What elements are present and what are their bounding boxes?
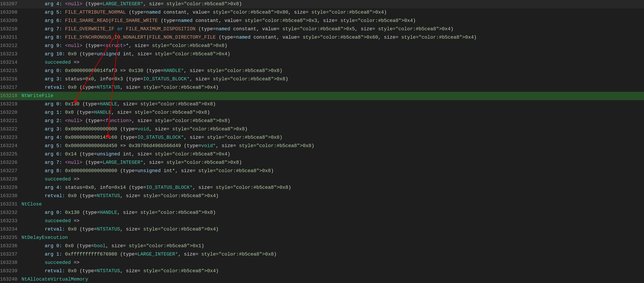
line-content: arg 0: 0x000000000014faf0 => 0x130 (type… bbox=[19, 67, 644, 75]
table-row: 163212 arg 9: <null> (type=<struct>*, si… bbox=[0, 42, 644, 50]
table-row: 163236 arg 0: 0x0 (type=bool, size= styl… bbox=[0, 242, 644, 250]
line-number: 163213 bbox=[0, 50, 19, 58]
table-row: 163232 arg 0: 0x130 (type=HANDLE, size= … bbox=[0, 208, 644, 217]
line-content: arg 9: <null> (type=<struct>*, size= sty… bbox=[19, 42, 644, 50]
line-number: 163216 bbox=[0, 75, 19, 84]
table-row: 163221 arg 2: <null> (type=<function>, s… bbox=[0, 117, 644, 125]
line-number: 163210 bbox=[0, 25, 19, 33]
line-number: 163226 bbox=[0, 158, 19, 167]
line-content: retval: 0x0 (type=NTSTATUS, size= style=… bbox=[19, 84, 644, 92]
line-number: 163234 bbox=[0, 225, 19, 234]
line-number: 163224 bbox=[0, 142, 19, 150]
table-row: 163238 succeeded => bbox=[0, 259, 644, 267]
line-number: 163209 bbox=[0, 17, 19, 25]
line-content: arg 1: 0x0 (type=HANDLE, size= style="co… bbox=[19, 108, 644, 117]
line-number: 163222 bbox=[0, 125, 19, 134]
line-number: 163218 bbox=[0, 92, 19, 100]
line-content: arg 3: 0x0000000000000000 (type=void, si… bbox=[19, 125, 644, 134]
line-number: 163228 bbox=[0, 175, 19, 184]
line-number: 163212 bbox=[0, 42, 19, 50]
line-content: succeeded => bbox=[19, 217, 644, 225]
line-content: arg 6: FILE_SHARE_READ|FILE_SHARE_WRITE … bbox=[19, 17, 644, 25]
table-row: 163217 retval: 0x0 (type=NTSTATUS, size=… bbox=[0, 84, 644, 92]
lines-container: 163207 arg 4: <null> (type=LARGE_INTEGER… bbox=[0, 0, 644, 283]
line-number: 163238 bbox=[0, 259, 19, 267]
line-content: arg 5: 0x000000000060d450 => 0x39786d496… bbox=[19, 142, 644, 150]
table-row: 163220 arg 1: 0x0 (type=HANDLE, size= st… bbox=[0, 108, 644, 117]
table-row: 163215 arg 0: 0x000000000014faf0 => 0x13… bbox=[0, 67, 644, 75]
line-content: arg 7: <null> (type=LARGE_INTEGER*, size… bbox=[19, 158, 644, 167]
table-row: 163228 succeeded => bbox=[0, 175, 644, 184]
table-row: 163226 arg 7: <null> (type=LARGE_INTEGER… bbox=[0, 158, 644, 167]
line-content: retval: 0x0 (type=NTSTATUS, size= style=… bbox=[19, 225, 644, 234]
line-content: arg 0: 0x130 (type=HANDLE, size= style="… bbox=[19, 208, 644, 217]
line-content: arg 8: 0x0000000000000000 (type=unsigned… bbox=[19, 167, 644, 175]
line-content: arg 1: 0xffffffffff676980 (type=LARGE_IN… bbox=[19, 250, 644, 259]
line-number: 163231 bbox=[0, 200, 19, 208]
line-number: 163225 bbox=[0, 150, 19, 158]
table-row: 163233 succeeded => bbox=[0, 217, 644, 225]
table-row: 163231NtClose bbox=[0, 200, 644, 208]
line-number: 163208 bbox=[0, 8, 19, 17]
line-content: arg 8: FILE_SYNCHRONOUS_IO_NONALERT|FILE… bbox=[19, 33, 644, 42]
table-row: 163227 arg 8: 0x0000000000000000 (type=u… bbox=[0, 167, 644, 175]
line-number: 163237 bbox=[0, 250, 19, 259]
line-content: arg 0: 0x0 (type=bool, size= style="colo… bbox=[19, 242, 644, 250]
line-number: 163236 bbox=[0, 242, 19, 250]
line-content: arg 2: <null> (type=<function>, size= st… bbox=[19, 117, 644, 125]
line-content: arg 10: 0x0 (type=unsigned int, size= st… bbox=[19, 50, 644, 58]
table-row: 163213 arg 10: 0x0 (type=unsigned int, s… bbox=[0, 50, 644, 58]
table-row: 163209 arg 6: FILE_SHARE_READ|FILE_SHARE… bbox=[0, 17, 644, 25]
line-number: 163239 bbox=[0, 267, 19, 275]
line-number: 163214 bbox=[0, 58, 19, 67]
line-content: succeeded => bbox=[19, 175, 644, 184]
table-row: 163208 arg 5: FILE_ATTRIBUTE_NORMAL (typ… bbox=[0, 8, 644, 17]
line-content: NtAllocateVirtualMemory bbox=[19, 275, 644, 283]
table-row: 163230 retval: 0x0 (type=NTSTATUS, size=… bbox=[0, 192, 644, 200]
line-content: NtDelayExecution bbox=[19, 234, 644, 242]
line-content: retval: 0x0 (type=NTSTATUS, size= style=… bbox=[19, 192, 644, 200]
line-content: arg 0: 0x130 (type=HANDLE, size= style="… bbox=[19, 100, 644, 108]
line-number: 163230 bbox=[0, 192, 19, 200]
line-number: 163232 bbox=[0, 208, 19, 217]
line-content: retval: 0x0 (type=NTSTATUS, size= style=… bbox=[19, 267, 644, 275]
table-row: 163218NtWriteFile bbox=[0, 92, 644, 100]
table-row: 163210 arg 7: FILE_OVERWRITE_IF or FILE_… bbox=[0, 25, 644, 33]
line-content: arg 6: 0x14 (type=unsigned int, size= st… bbox=[19, 150, 644, 158]
table-row: 163214 succeeded => bbox=[0, 58, 644, 67]
line-content: succeeded => bbox=[19, 58, 644, 67]
line-content: arg 7: FILE_OVERWRITE_IF or FILE_MAXIMUM… bbox=[19, 25, 644, 33]
line-number: 163215 bbox=[0, 67, 19, 75]
line-number: 163227 bbox=[0, 167, 19, 175]
line-number: 163240 bbox=[0, 275, 19, 283]
line-number: 163223 bbox=[0, 134, 19, 142]
line-number: 163220 bbox=[0, 108, 19, 117]
code-view: 163207 arg 4: <null> (type=LARGE_INTEGER… bbox=[0, 0, 644, 283]
table-row: 163229 arg 4: status=0x0, info=0x14 (typ… bbox=[0, 184, 644, 192]
line-content: arg 4: 0x000000000014fc60 (type=IO_STATU… bbox=[19, 134, 644, 142]
line-number: 163221 bbox=[0, 117, 19, 125]
line-number: 163217 bbox=[0, 84, 19, 92]
table-row: 163240NtAllocateVirtualMemory bbox=[0, 275, 644, 283]
table-row: 163225 arg 6: 0x14 (type=unsigned int, s… bbox=[0, 150, 644, 158]
line-content: arg 5: FILE_ATTRIBUTE_NORMAL (type=named… bbox=[19, 8, 644, 17]
table-row: 163223 arg 4: 0x000000000014fc60 (type=I… bbox=[0, 134, 644, 142]
table-row: 163239 retval: 0x0 (type=NTSTATUS, size=… bbox=[0, 267, 644, 275]
line-content: succeeded => bbox=[19, 259, 644, 267]
table-row: 163219 arg 0: 0x130 (type=HANDLE, size= … bbox=[0, 100, 644, 108]
table-row: 163216 arg 3: status=0x0, info=0x3 (type… bbox=[0, 75, 644, 84]
line-content: NtClose bbox=[19, 200, 644, 208]
table-row: 163234 retval: 0x0 (type=NTSTATUS, size=… bbox=[0, 225, 644, 234]
line-content: NtWriteFile bbox=[19, 92, 644, 100]
table-row: 163222 arg 3: 0x0000000000000000 (type=v… bbox=[0, 125, 644, 134]
line-content: arg 4: status=0x0, info=0x14 (type=IO_ST… bbox=[19, 184, 644, 192]
table-row: 163207 arg 4: <null> (type=LARGE_INTEGER… bbox=[0, 0, 644, 8]
table-row: 163211 arg 8: FILE_SYNCHRONOUS_IO_NONALE… bbox=[0, 33, 644, 42]
line-number: 163211 bbox=[0, 33, 19, 42]
line-content: arg 4: <null> (type=LARGE_INTEGER*, size… bbox=[19, 0, 644, 8]
line-number: 163233 bbox=[0, 217, 19, 225]
line-content: arg 3: status=0x0, info=0x3 (type=IO_STA… bbox=[19, 75, 644, 84]
table-row: 163237 arg 1: 0xffffffffff676980 (type=L… bbox=[0, 250, 644, 259]
line-number: 163219 bbox=[0, 100, 19, 108]
line-number: 163235 bbox=[0, 234, 19, 242]
